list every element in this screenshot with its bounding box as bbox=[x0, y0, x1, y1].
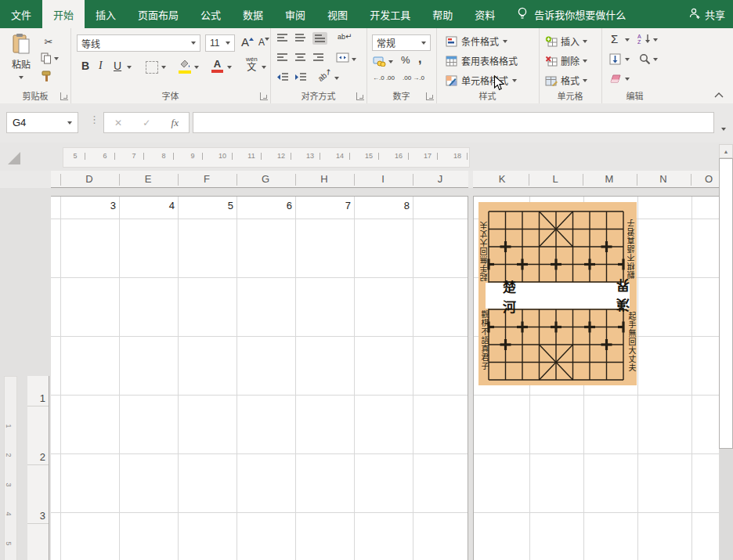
phonetic-caret[interactable] bbox=[262, 66, 266, 69]
merge-center-button[interactable] bbox=[336, 52, 349, 63]
accounting-format-button[interactable] bbox=[373, 56, 386, 67]
shrink-font-button[interactable]: A bbox=[258, 37, 269, 48]
tab-insert[interactable]: 插入 bbox=[85, 0, 127, 28]
xiangqi-board-image[interactable]: 楚 河 漢 界 起手無回大丈夫 觀棋不語真君子 觀棋不語真君子 起手無回大丈夫 bbox=[478, 202, 637, 385]
worksheet-page1[interactable]: 3 4 5 6 7 8 bbox=[51, 196, 468, 560]
tab-view[interactable]: 视图 bbox=[316, 0, 359, 28]
cancel-icon[interactable]: ✕ bbox=[114, 117, 122, 128]
formula-input[interactable] bbox=[193, 112, 714, 133]
enter-icon[interactable]: ✓ bbox=[143, 117, 150, 128]
share-button[interactable]: 共享 bbox=[688, 0, 725, 28]
autosum-caret[interactable] bbox=[625, 38, 630, 42]
clipboard-dialog-launcher[interactable] bbox=[60, 92, 68, 100]
select-all-corner-triangle[interactable] bbox=[8, 152, 20, 164]
scroll-up-button[interactable]: ▲ bbox=[719, 144, 733, 158]
percent-style-button[interactable]: % bbox=[401, 54, 410, 66]
cut-button[interactable]: ✂ bbox=[41, 34, 56, 49]
insert-cells-icon bbox=[545, 36, 558, 47]
underline-button[interactable]: U bbox=[114, 60, 121, 72]
merge-caret[interactable] bbox=[352, 58, 356, 61]
tab-developer[interactable]: 开发工具 bbox=[359, 0, 421, 28]
sort-filter-button[interactable]: AZ bbox=[637, 33, 650, 47]
font-name-select[interactable]: 等线 bbox=[77, 34, 200, 52]
format-as-table-button[interactable]: 套用表格格式 bbox=[446, 54, 518, 67]
font-size-select[interactable]: 11 bbox=[205, 34, 235, 52]
decrease-indent-button[interactable] bbox=[276, 72, 289, 82]
copy-button[interactable] bbox=[41, 52, 59, 64]
comma-style-button[interactable]: , bbox=[418, 52, 421, 66]
collapse-ribbon-button[interactable] bbox=[714, 89, 724, 100]
italic-button[interactable]: I bbox=[99, 60, 103, 72]
align-right-icon bbox=[312, 52, 324, 63]
format-cells-button[interactable]: 格式 bbox=[545, 74, 587, 87]
clear-caret[interactable] bbox=[625, 78, 630, 81]
delete-cells-button[interactable]: 删除 bbox=[545, 54, 587, 67]
align-bottom-button-active[interactable] bbox=[312, 32, 327, 45]
grow-font-button[interactable]: A bbox=[241, 35, 254, 49]
row-headers[interactable]: 1 2 3 4 5 6 7 bbox=[27, 376, 49, 560]
clear-button[interactable] bbox=[609, 74, 622, 86]
tab-help[interactable]: 帮助 bbox=[421, 0, 464, 28]
expand-formula-bar-button[interactable] bbox=[721, 120, 726, 134]
find-caret[interactable] bbox=[653, 58, 658, 61]
font-color-caret[interactable] bbox=[227, 66, 232, 69]
orientation-button[interactable]: ab↗ bbox=[316, 67, 334, 83]
column-headers-page1[interactable]: D E F G H I J bbox=[51, 171, 468, 188]
increase-decimal-button[interactable]: ←.0 .00 bbox=[373, 75, 398, 81]
align-top-button[interactable] bbox=[276, 33, 288, 43]
tab-review[interactable]: 审阅 bbox=[274, 0, 316, 28]
fill-down-icon bbox=[609, 53, 621, 65]
wrap-text-button[interactable]: ab↵ bbox=[338, 32, 352, 41]
river-text-left: 楚 河 bbox=[503, 276, 555, 316]
tab-formulas[interactable]: 公式 bbox=[190, 0, 232, 28]
underline-caret[interactable] bbox=[127, 66, 132, 69]
borders-caret[interactable] bbox=[161, 66, 166, 69]
cell-styles-button[interactable]: 单元格样式 bbox=[446, 74, 517, 87]
align-middle-button[interactable] bbox=[294, 33, 306, 43]
align-right-button[interactable] bbox=[312, 52, 324, 63]
tab-home[interactable]: 开始 bbox=[42, 0, 85, 28]
column-headers-page2[interactable]: K L M N O bbox=[473, 171, 719, 188]
increase-indent-button[interactable] bbox=[294, 72, 307, 82]
phonetic-guide-button[interactable]: wén 文 bbox=[246, 56, 258, 72]
font-dialog-launcher[interactable] bbox=[260, 92, 268, 100]
tab-file[interactable]: 文件 bbox=[0, 0, 42, 28]
share-person-icon bbox=[688, 7, 701, 22]
find-select-button[interactable] bbox=[639, 53, 651, 67]
orientation-caret[interactable] bbox=[334, 77, 339, 80]
number-dialog-launcher[interactable] bbox=[426, 92, 434, 100]
align-left-button[interactable] bbox=[276, 52, 288, 63]
sort-caret[interactable] bbox=[653, 38, 658, 42]
name-box[interactable]: G4 bbox=[6, 112, 78, 133]
borders-button[interactable] bbox=[146, 61, 158, 74]
font-color-button[interactable]: A bbox=[211, 58, 223, 73]
bold-button[interactable]: B bbox=[81, 60, 89, 72]
fill-button[interactable] bbox=[609, 53, 621, 67]
alignment-dialog-launcher[interactable] bbox=[356, 92, 364, 100]
align-center-button[interactable] bbox=[294, 52, 306, 63]
fill-color-button[interactable] bbox=[179, 60, 191, 74]
autosum-button[interactable]: Σ bbox=[611, 32, 618, 45]
tell-me-box[interactable]: 告诉我你想要做什么 bbox=[517, 0, 626, 28]
tab-page-layout[interactable]: 页面布局 bbox=[127, 0, 190, 28]
format-painter-button[interactable] bbox=[41, 70, 52, 82]
insert-function-icon[interactable]: fx bbox=[172, 117, 179, 129]
svg-text:Z: Z bbox=[637, 39, 641, 45]
tab-data[interactable]: 数据 bbox=[232, 0, 274, 28]
scrollbar-thumb[interactable] bbox=[719, 158, 733, 449]
namebox-splitter[interactable]: ⋮ bbox=[89, 114, 99, 125]
cell-D1: 3 bbox=[60, 200, 116, 211]
conditional-formatting-button[interactable]: 条件格式 bbox=[446, 34, 507, 48]
tab-material[interactable]: 资料 bbox=[464, 0, 506, 28]
number-format-select[interactable]: 常规 bbox=[372, 34, 431, 51]
align-left-icon bbox=[276, 52, 288, 63]
font-size-value: 11 bbox=[210, 38, 219, 49]
vertical-scrollbar[interactable]: ▲ bbox=[719, 144, 733, 560]
fill-color-caret[interactable] bbox=[194, 66, 199, 69]
paste-button[interactable]: 粘贴 bbox=[6, 33, 36, 89]
group-cells: 插入 删除 格式 单元格 bbox=[539, 28, 602, 103]
accounting-caret[interactable] bbox=[388, 60, 393, 63]
decrease-decimal-button[interactable]: .00 →.0 bbox=[403, 75, 428, 81]
fill-caret[interactable] bbox=[625, 58, 630, 61]
insert-cells-button[interactable]: 插入 bbox=[545, 34, 587, 48]
